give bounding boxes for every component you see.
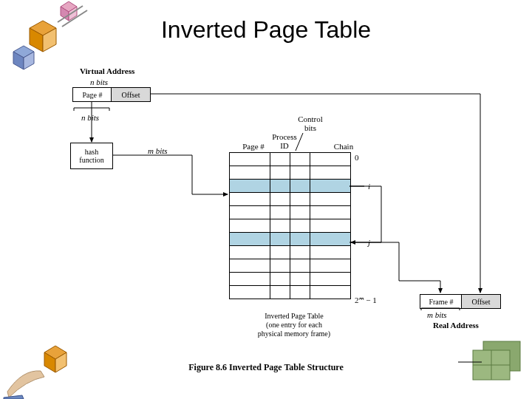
connectors [0, 0, 532, 399]
svg-line-21 [296, 133, 303, 151]
